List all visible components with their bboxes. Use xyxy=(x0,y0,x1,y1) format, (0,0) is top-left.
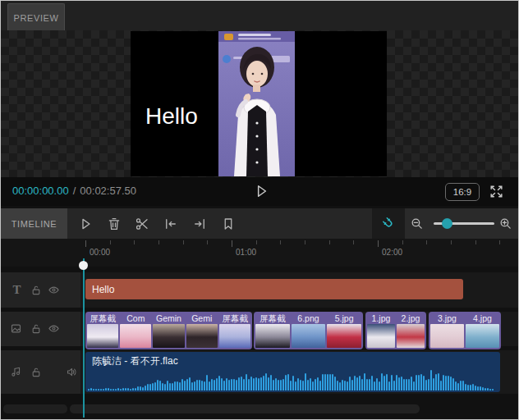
waveform-bar xyxy=(216,378,218,390)
waveform-bar xyxy=(110,389,112,390)
waveform-bar xyxy=(302,381,304,390)
waveform-bar xyxy=(231,379,232,390)
zoom-in-icon[interactable] xyxy=(498,216,513,231)
waveform-bar xyxy=(292,376,294,390)
image-clip-cell: 1.jpg xyxy=(366,313,396,349)
waveform-bar xyxy=(164,384,166,390)
image-thumbnail xyxy=(327,324,361,348)
waveform-bar xyxy=(487,388,489,390)
lock-icon[interactable] xyxy=(30,284,42,296)
jump-to-start-icon[interactable] xyxy=(162,215,179,232)
image-clip-label: 6.png xyxy=(291,313,327,324)
header-scrollbar[interactable] xyxy=(3,404,67,413)
ruler-minor-tick xyxy=(329,240,330,244)
horizontal-scrollbar[interactable] xyxy=(70,404,420,413)
waveform-bar xyxy=(440,381,442,390)
waveform-bar xyxy=(470,385,471,390)
timeline-ruler[interactable]: 00:0001:0002:00 xyxy=(1,239,519,267)
waveform-bar xyxy=(105,388,107,390)
waveform-bar xyxy=(278,380,279,390)
bookmark-icon[interactable] xyxy=(219,215,237,232)
waveform-bar xyxy=(297,378,299,390)
timeline-body: T xyxy=(1,267,519,420)
speaker-icon[interactable] xyxy=(66,366,78,378)
waveform-bar xyxy=(467,385,469,390)
waveform-bar xyxy=(462,381,464,390)
waveform-bar xyxy=(356,377,358,390)
waveform-bar xyxy=(130,389,131,390)
tab-timeline[interactable]: TIMELINE xyxy=(1,208,67,239)
waveform-bar xyxy=(317,377,319,390)
waveform-bar xyxy=(366,379,368,390)
waveform-bar xyxy=(233,379,235,390)
preview-photo[interactable] xyxy=(218,31,295,176)
waveform-bar xyxy=(172,383,173,390)
ruler-minor-tick xyxy=(475,240,476,244)
waveform-bar xyxy=(489,389,491,390)
waveform-bar xyxy=(184,381,186,390)
waveform-bar xyxy=(396,375,397,390)
lock-icon[interactable] xyxy=(30,366,42,378)
time-separator: / xyxy=(73,185,76,197)
ruler-minor-tick xyxy=(353,240,354,244)
waveform-bar xyxy=(423,376,425,390)
playhead-line[interactable] xyxy=(83,258,85,418)
image-clip-group[interactable]: 屏幕截6.png5.jpg xyxy=(254,312,363,349)
ruler-minor-tick xyxy=(158,240,159,244)
audio-clip[interactable]: 陈毓洁 - 看不开.flac xyxy=(85,352,500,392)
image-clip-label: 屏幕截 xyxy=(86,313,119,324)
waveform-bar xyxy=(214,380,215,390)
text-clip[interactable]: Hello xyxy=(85,279,463,299)
zoom-slider-handle[interactable] xyxy=(442,218,452,229)
waveform-bar xyxy=(376,378,378,390)
waveform-bar xyxy=(152,383,154,390)
image-thumbnail xyxy=(219,324,250,348)
waveform-bar xyxy=(305,373,306,390)
waveform-bar xyxy=(147,384,149,390)
aspect-ratio-badge[interactable]: 16:9 xyxy=(445,183,480,201)
image-clip-group[interactable]: 屏幕截ComGeminGemi屏幕截 xyxy=(85,312,252,349)
jump-to-end-icon[interactable] xyxy=(191,215,208,232)
waveform-bar xyxy=(117,388,119,390)
preview-text-overlay[interactable]: Hello xyxy=(145,103,198,130)
image-clip-cell: 屏幕截 xyxy=(255,313,291,349)
tab-preview[interactable]: PREVIEW xyxy=(7,3,65,31)
magnet-icon[interactable] xyxy=(380,215,397,232)
waveform-bar xyxy=(263,376,264,390)
waveform-bar xyxy=(480,386,481,390)
waveform-bar xyxy=(351,380,353,390)
waveform-bar xyxy=(438,373,439,390)
waveform-bar xyxy=(482,387,484,390)
image-clip-cell: 5.jpg xyxy=(326,313,362,349)
image-clip-group[interactable]: 1.jpg2.jpg xyxy=(365,312,426,349)
ruler-time-label: 00:00 xyxy=(90,248,110,257)
preview-tabbar: PREVIEW xyxy=(1,1,519,30)
ruler-minor-tick xyxy=(183,240,184,244)
image-clip-label: 3.jpg xyxy=(429,313,465,324)
waveform-bar xyxy=(204,381,205,390)
play-icon[interactable] xyxy=(76,215,94,232)
eye-icon[interactable] xyxy=(48,284,60,296)
waveform-bar xyxy=(100,389,102,390)
image-thumbnail xyxy=(397,324,425,348)
waveform-bar xyxy=(98,389,99,390)
waveform-bar xyxy=(140,386,141,390)
waveform-bar xyxy=(120,389,122,390)
playhead-handle[interactable] xyxy=(79,261,88,270)
waveform-bar xyxy=(337,381,338,390)
waveform-bar xyxy=(315,379,316,390)
zoom-out-icon[interactable] xyxy=(409,216,425,231)
playback-bar: 00:00:00.00/00:02:57.50 16:9 xyxy=(1,177,519,206)
waveform-bar xyxy=(162,383,163,390)
image-thumbnail xyxy=(186,324,218,348)
waveform-bar xyxy=(287,374,289,390)
play-button[interactable] xyxy=(252,182,270,200)
waveform-bar xyxy=(95,389,97,390)
audio-track-icon xyxy=(10,366,22,378)
scissors-icon[interactable] xyxy=(133,215,150,232)
trash-icon[interactable] xyxy=(105,215,122,232)
waveform-bar xyxy=(300,380,301,390)
text-track-header: T xyxy=(1,272,80,308)
fullscreen-icon[interactable] xyxy=(488,183,505,200)
image-clip-group[interactable]: 3.jpg4.jpg xyxy=(429,312,501,349)
